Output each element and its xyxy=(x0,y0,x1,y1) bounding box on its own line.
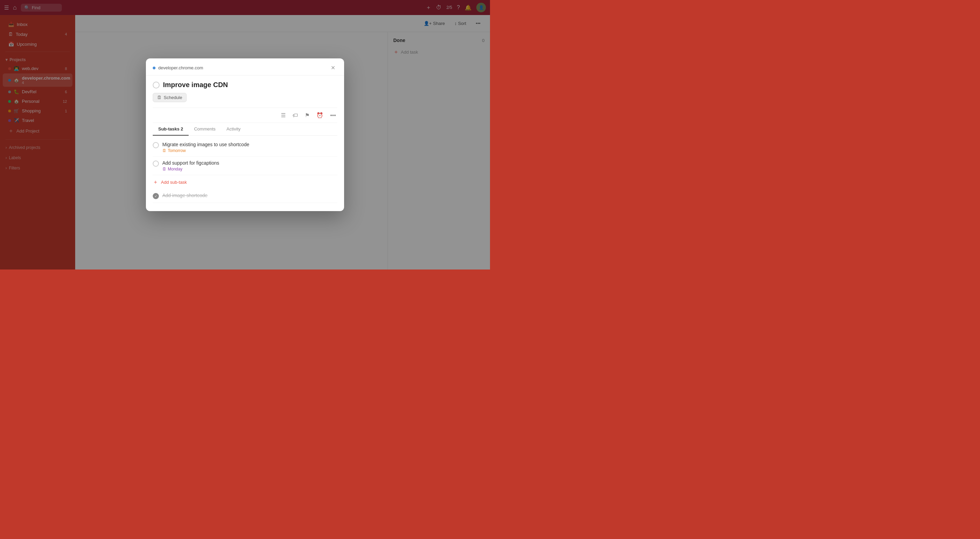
flag-icon[interactable]: ⚑ xyxy=(304,111,311,120)
subtask-content-completed: Add image shortcode xyxy=(162,192,337,199)
add-subtask-label: Add sub-task xyxy=(161,180,187,185)
subtask-item-completed: ✓ Add image shortcode xyxy=(153,189,337,203)
subtask-title-completed: Add image shortcode xyxy=(162,192,337,198)
subtask-content-2: Add support for figcaptions 🗓 Monday xyxy=(162,160,337,172)
subtask-item-1: Migrate existing images to use shortcode… xyxy=(153,138,337,157)
list-icon[interactable]: ☰ xyxy=(280,111,287,120)
calendar-icon: 🗓 xyxy=(157,95,162,100)
modal-tabs: Sub-tasks 2 Comments Activity xyxy=(153,123,337,135)
subtask-item-2: Add support for figcaptions 🗓 Monday xyxy=(153,157,337,175)
modal-overlay[interactable]: developer.chrome.com ✕ Improve image CDN… xyxy=(0,0,490,269)
modal-project-name: developer.chrome.com xyxy=(158,65,326,70)
modal-header: developer.chrome.com ✕ xyxy=(146,59,344,75)
subtask-date-label-2: Monday xyxy=(168,167,183,172)
schedule-button[interactable]: 🗓 Schedule xyxy=(153,93,186,102)
activity-tab-label: Activity xyxy=(226,126,240,132)
subtask-circle-2[interactable] xyxy=(153,161,159,167)
comments-tab-label: Comments xyxy=(194,126,216,132)
modal-close-button[interactable]: ✕ xyxy=(329,64,337,72)
modal-toolbar: ☰ 🏷 ⚑ ⏰ ••• xyxy=(153,108,337,123)
schedule-label: Schedule xyxy=(164,95,182,100)
subtask-date-label-1: Tomorrow xyxy=(168,148,186,153)
more-options-icon[interactable]: ••• xyxy=(329,111,337,120)
modal-project-dot xyxy=(153,67,156,69)
modal-body: Improve image CDN 🗓 Schedule ☰ 🏷 ⚑ ⏰ •••… xyxy=(146,75,344,211)
tab-comments[interactable]: Comments xyxy=(189,123,221,135)
subtask-title-1: Migrate existing images to use shortcode xyxy=(162,142,337,147)
task-modal: developer.chrome.com ✕ Improve image CDN… xyxy=(146,59,344,211)
tab-activity[interactable]: Activity xyxy=(221,123,246,135)
calendar-small-icon-2: 🗓 xyxy=(162,167,166,172)
subtask-date-2[interactable]: 🗓 Monday xyxy=(162,167,337,172)
subtask-content-1: Migrate existing images to use shortcode… xyxy=(162,142,337,153)
tab-subtasks[interactable]: Sub-tasks 2 xyxy=(153,123,189,135)
task-complete-circle[interactable] xyxy=(153,82,159,89)
add-subtask-icon: ＋ xyxy=(153,179,158,186)
add-subtask-button[interactable]: ＋ Add sub-task xyxy=(153,175,337,189)
alarm-icon[interactable]: ⏰ xyxy=(315,111,325,120)
subtask-date-1[interactable]: 🗓 Tomorrow xyxy=(162,148,337,153)
task-title: Improve image CDN xyxy=(163,81,228,89)
subtask-list: Migrate existing images to use shortcode… xyxy=(153,135,337,206)
task-title-row: Improve image CDN xyxy=(153,81,337,89)
subtask-circle-completed[interactable]: ✓ xyxy=(153,193,159,199)
subtasks-tab-label: Sub-tasks 2 xyxy=(158,126,183,132)
subtask-circle-1[interactable] xyxy=(153,142,159,148)
calendar-small-icon-1: 🗓 xyxy=(162,148,166,153)
tag-icon[interactable]: 🏷 xyxy=(291,111,299,120)
subtask-title-2: Add support for figcaptions xyxy=(162,160,337,166)
